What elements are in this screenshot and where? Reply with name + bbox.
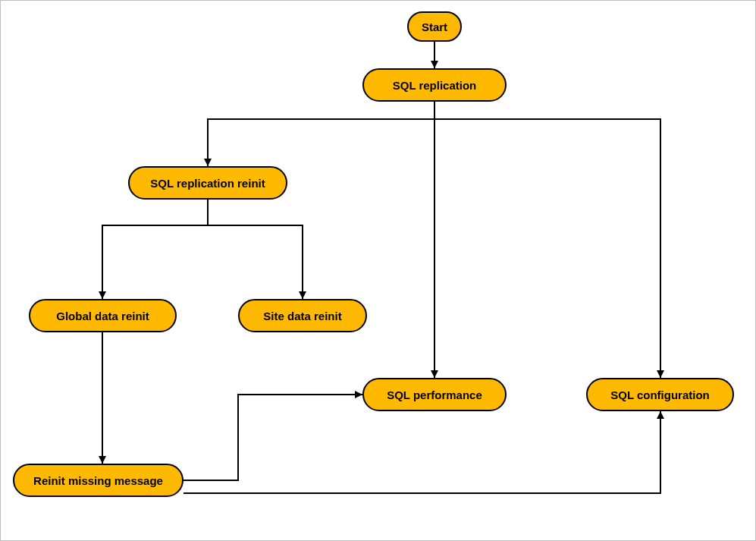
node-sql-configuration: SQL configuration [586,378,734,411]
node-label: SQL replication reinit [150,177,265,190]
edge-sql_replication-to-sql_replication_reinit [208,119,434,166]
node-start: Start [407,11,462,42]
edge-reinit_missing_message-to-sql_configuration [184,411,660,493]
node-label: Reinit missing message [33,474,163,487]
node-global-data-reinit: Global data reinit [29,299,177,332]
node-label: SQL replication [393,79,477,92]
node-label: Start [422,20,447,33]
node-site-data-reinit: Site data reinit [238,299,367,332]
node-sql-replication: SQL replication [362,68,507,102]
edge-sql_replication-to-sql_configuration [434,119,660,378]
node-label: Global data reinit [56,310,149,322]
node-sql-replication-reinit: SQL replication reinit [128,166,287,200]
edge-reinit_missing_message-to-sql_performance [184,395,362,480]
node-reinit-missing-message: Reinit missing message [13,464,184,497]
node-label: Site data reinit [263,310,341,322]
node-sql-performance: SQL performance [362,378,507,411]
edge-sql_replication_reinit-to-global_data_reinit [102,200,208,299]
flowchart-canvas: Start SQL replication SQL replication re… [0,0,756,541]
edge-sql_replication_reinit-to-site_data_reinit [208,200,303,299]
node-label: SQL performance [387,388,482,401]
node-label: SQL configuration [610,388,710,401]
